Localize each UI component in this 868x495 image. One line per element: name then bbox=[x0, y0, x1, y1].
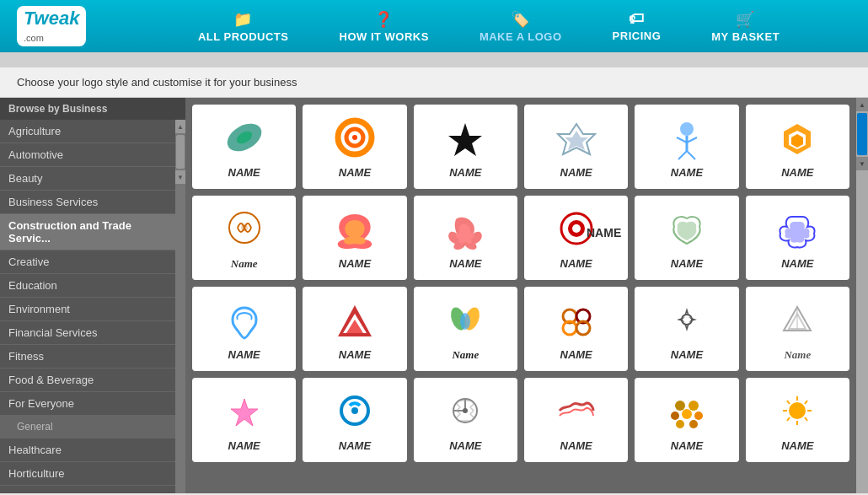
logo-card-23[interactable]: NAME bbox=[635, 378, 738, 462]
svg-point-20 bbox=[572, 224, 581, 233]
tag-icon: 🏷️ bbox=[511, 10, 530, 29]
price-icon: 🏷 bbox=[629, 10, 645, 28]
svg-line-55 bbox=[805, 417, 807, 421]
logo-card-11[interactable]: NAME bbox=[635, 196, 738, 280]
logo-img-4 bbox=[551, 116, 602, 163]
main-area: Browse by Business Agriculture Automotiv… bbox=[0, 98, 868, 493]
svg-point-45 bbox=[676, 420, 684, 428]
logo-card-14[interactable]: NAME bbox=[303, 287, 406, 371]
svg-line-52 bbox=[787, 401, 790, 404]
logo-card-5[interactable]: NAME bbox=[635, 105, 738, 189]
logo-card-4[interactable]: NAME bbox=[524, 105, 628, 189]
logo-card-24[interactable]: NAME bbox=[746, 378, 849, 462]
sidebar-item-general[interactable]: General bbox=[0, 416, 175, 439]
sidebar: Browse by Business Agriculture Automotiv… bbox=[0, 98, 185, 493]
logo-label-1: NAME bbox=[228, 166, 260, 179]
logo-card-8[interactable]: NAME bbox=[303, 196, 406, 280]
logo-area[interactable]: Tweak .com bbox=[17, 6, 126, 46]
right-scroll-thumb[interactable] bbox=[857, 113, 867, 155]
sidebar-item-construction[interactable]: Construction and Trade Servic... bbox=[0, 214, 175, 250]
right-scroll-up[interactable]: ▲ bbox=[856, 98, 868, 111]
logo-label-10: NAME bbox=[560, 257, 592, 270]
sidebar-scroll-thumb[interactable] bbox=[176, 135, 185, 169]
logo-card-6[interactable]: NAME bbox=[746, 105, 849, 189]
question-icon: ❓ bbox=[374, 10, 394, 29]
sidebar-item-horticulture[interactable]: Horticulture bbox=[0, 462, 175, 486]
logo-label-24: NAME bbox=[781, 439, 813, 452]
sidebar-item-fitness[interactable]: Fitness bbox=[0, 345, 175, 369]
logo-img-20 bbox=[330, 390, 380, 436]
nav-pricing[interactable]: 🏷 PRICING bbox=[587, 10, 687, 42]
logo-label-3: NAME bbox=[449, 166, 481, 179]
svg-line-54 bbox=[787, 417, 790, 421]
svg-point-40 bbox=[675, 401, 685, 411]
sidebar-item-house-home[interactable]: House & Home bbox=[0, 486, 175, 493]
svg-point-7 bbox=[680, 122, 694, 136]
sidebar-title: Browse by Business bbox=[0, 98, 185, 120]
sidebar-item-automotive[interactable]: Automotive bbox=[0, 143, 175, 167]
logo-img-3 bbox=[440, 116, 490, 163]
nav-make-a-logo[interactable]: 🏷️ MAKE A LOGO bbox=[454, 10, 587, 43]
nav-all-products[interactable]: 📁 ALL PRODUCTS bbox=[173, 10, 314, 43]
logo-img-10: NAME bbox=[551, 207, 602, 254]
svg-point-39 bbox=[463, 408, 468, 413]
logo-card-1[interactable]: NAME bbox=[192, 105, 296, 189]
logo-label-9: NAME bbox=[449, 257, 481, 270]
logo-img-18 bbox=[772, 299, 822, 345]
logo-card-22[interactable]: NAME bbox=[524, 378, 628, 462]
logo-card-19[interactable]: NAME bbox=[192, 378, 296, 462]
logo-grid: NAME NAME NAME bbox=[192, 105, 849, 462]
logo-card-9[interactable]: NAME bbox=[414, 196, 517, 280]
logo-img-1 bbox=[219, 116, 270, 163]
svg-point-4 bbox=[352, 135, 357, 140]
sidebar-item-healthcare[interactable]: Healthcare bbox=[0, 439, 175, 462]
logo-img-6 bbox=[772, 116, 822, 163]
logo-label-17: NAME bbox=[671, 348, 703, 361]
sidebar-item-creative[interactable]: Creative bbox=[0, 250, 175, 274]
sidebar-item-business-services[interactable]: Business Services bbox=[0, 191, 175, 214]
sidebar-item-agriculture[interactable]: Agriculture bbox=[0, 120, 175, 143]
logo-img-21 bbox=[440, 390, 490, 436]
logo-card-13[interactable]: NAME bbox=[192, 287, 296, 371]
logo-img-13 bbox=[219, 299, 270, 345]
logo-card-16[interactable]: NAME bbox=[524, 287, 628, 371]
logo-label-19: NAME bbox=[228, 439, 260, 452]
svg-point-17 bbox=[241, 224, 248, 231]
sidebar-scroll[interactable]: Agriculture Automotive Beauty Business S… bbox=[0, 120, 175, 493]
sidebar-item-financial-services[interactable]: Financial Services bbox=[0, 321, 175, 345]
logo-card-12[interactable]: NAME bbox=[746, 196, 849, 280]
logo-card-10[interactable]: NAME NAME bbox=[524, 196, 628, 280]
logo-img-7 bbox=[219, 207, 270, 254]
svg-point-46 bbox=[689, 420, 698, 428]
logo-img-17 bbox=[662, 299, 712, 345]
logo-label-20: NAME bbox=[339, 439, 371, 452]
svg-point-43 bbox=[671, 412, 679, 420]
logo-label-2: NAME bbox=[339, 166, 371, 179]
sidebar-item-for-everyone[interactable]: For Everyone bbox=[0, 392, 175, 416]
svg-point-44 bbox=[694, 412, 703, 420]
sidebar-item-education[interactable]: Education bbox=[0, 274, 175, 298]
svg-text:NAME: NAME bbox=[587, 226, 621, 239]
logo-card-7[interactable]: Name bbox=[192, 196, 296, 280]
right-scrollbar[interactable]: ▲ ▼ bbox=[856, 98, 868, 493]
logo-label-5: NAME bbox=[671, 166, 703, 179]
right-scroll-down[interactable]: ▼ bbox=[856, 157, 868, 170]
nav-how-it-works[interactable]: ❓ HOW IT WORKS bbox=[314, 10, 454, 43]
nav-my-basket[interactable]: 🛒 MY BASKET bbox=[686, 10, 805, 43]
sidebar-item-beauty[interactable]: Beauty bbox=[0, 167, 175, 191]
logo-img-23 bbox=[662, 390, 712, 436]
logo-card-17[interactable]: NAME bbox=[635, 287, 738, 371]
logo-card-21[interactable]: NAME bbox=[414, 378, 517, 462]
sidebar-scroll-down[interactable]: ▼ bbox=[175, 170, 185, 184]
sidebar-scroll-up[interactable]: ▲ bbox=[175, 120, 185, 133]
logo-card-18[interactable]: Name bbox=[746, 287, 849, 371]
sidebar-item-food-beverage[interactable]: Food & Beverage bbox=[0, 369, 175, 392]
logo-label-15: Name bbox=[452, 348, 479, 362]
svg-point-32 bbox=[682, 315, 692, 325]
sidebar-item-environment[interactable]: Environment bbox=[0, 298, 175, 321]
logo-card-20[interactable]: NAME bbox=[303, 378, 406, 462]
logo-card-15[interactable]: Name bbox=[414, 287, 517, 371]
logo-card-3[interactable]: NAME bbox=[414, 105, 517, 189]
logo-card-2[interactable]: NAME bbox=[303, 105, 406, 189]
logo-label-8: NAME bbox=[339, 257, 371, 270]
